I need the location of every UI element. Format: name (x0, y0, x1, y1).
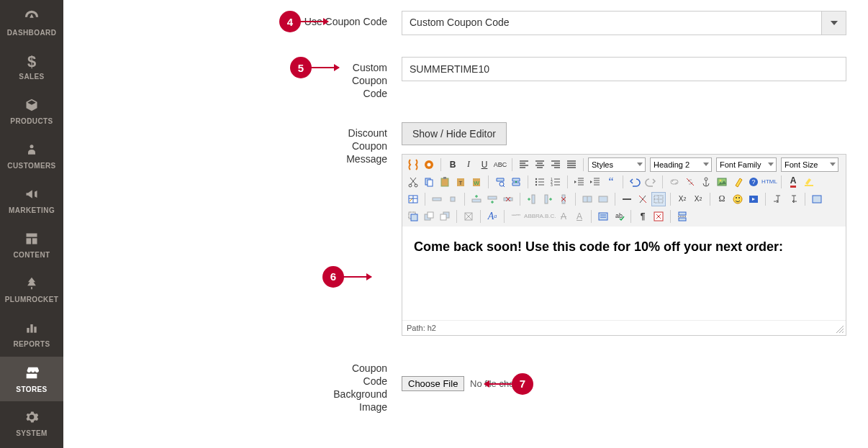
input-custom-coupon[interactable] (402, 57, 846, 81)
undo-icon[interactable] (628, 175, 642, 189)
cleanup-icon[interactable] (731, 175, 745, 189)
sidebar-item-content[interactable]: CONTENT (0, 223, 63, 268)
table-icon[interactable] (406, 192, 420, 206)
wysiwyg-editor: B I U ABC Styles (402, 154, 846, 336)
layer-absolute-icon[interactable] (461, 209, 476, 224)
ltr-icon[interactable] (770, 192, 785, 206)
anchor-icon[interactable] (699, 175, 713, 189)
svg-point-43 (738, 197, 740, 198)
megaphone-icon (24, 187, 39, 204)
align-justify-icon[interactable] (564, 157, 579, 172)
merge-cells-icon[interactable] (596, 192, 610, 206)
text-color-icon[interactable]: A (786, 175, 800, 189)
cite-icon[interactable]: ““”” (509, 209, 523, 224)
indent-icon[interactable] (588, 175, 602, 189)
redo-icon[interactable] (643, 175, 658, 189)
layer-backward-icon[interactable] (438, 209, 452, 224)
align-right-icon[interactable] (548, 157, 563, 172)
svg-rect-30 (433, 198, 441, 201)
sidebar-item-customers[interactable]: CUSTOMERS (0, 134, 63, 178)
cell-props-icon[interactable] (446, 192, 460, 206)
hr-icon[interactable] (620, 192, 634, 206)
sidebar-item-system[interactable]: SYSTEM (0, 401, 63, 446)
row-after-icon[interactable] (485, 192, 499, 206)
italic-icon[interactable]: I (461, 157, 476, 172)
bg-color-icon[interactable] (802, 175, 816, 189)
underline-icon[interactable]: U (477, 157, 492, 172)
align-center-icon[interactable] (533, 157, 547, 172)
select-font-family[interactable]: Font Family (716, 157, 777, 172)
svg-rect-33 (488, 196, 497, 199)
toggle-editor-button[interactable]: Show / Hide Editor (402, 122, 507, 145)
pagebreak-icon[interactable] (675, 209, 690, 224)
row-props-icon[interactable] (430, 192, 444, 206)
paste-text-icon[interactable]: T (453, 175, 468, 189)
style-props-icon[interactable]: Aa (485, 209, 499, 224)
resize-handle-icon[interactable] (836, 325, 844, 334)
select-styles[interactable]: Styles (588, 157, 646, 172)
code-icon[interactable]: HTML (762, 175, 777, 189)
variable-icon[interactable] (422, 157, 436, 172)
select-use-coupon[interactable]: Custom Coupon Code (402, 11, 846, 35)
paste-word-icon[interactable]: W (469, 175, 484, 189)
layer-icon[interactable] (406, 209, 420, 224)
abbr-icon[interactable]: ABBR (525, 209, 539, 224)
rtl-icon[interactable] (786, 192, 800, 206)
media-icon[interactable] (746, 192, 761, 206)
widget-icon[interactable] (406, 157, 420, 172)
outdent-icon[interactable] (572, 175, 587, 189)
svg-rect-32 (472, 199, 481, 202)
row-discount-message: 6 DiscountCouponMessage Show / Hide Edit… (63, 122, 868, 357)
sidebar-item-dashboard[interactable]: DASHBOARD (0, 0, 63, 45)
sidebar-item-marketing[interactable]: MARKETING (0, 178, 63, 223)
copy-icon[interactable] (422, 175, 436, 189)
sidebar-item-products[interactable]: PRODUCTS (0, 89, 63, 134)
delete-col-icon[interactable] (556, 192, 571, 206)
delete-row-icon[interactable] (501, 192, 515, 206)
remove-format-icon[interactable] (636, 192, 650, 206)
charmap-icon[interactable]: Ω (715, 192, 729, 206)
superscript-icon[interactable]: X2 (691, 192, 705, 206)
choose-file-button[interactable]: Choose File (402, 376, 464, 391)
unlink-icon[interactable] (683, 175, 697, 189)
cut-icon[interactable] (406, 175, 420, 189)
find-icon[interactable] (493, 175, 507, 189)
svg-rect-3 (34, 326, 36, 332)
spellcheck-icon[interactable]: ab (612, 209, 626, 224)
col-before-icon[interactable] (525, 192, 539, 206)
visualblocks-icon[interactable] (651, 209, 666, 224)
number-list-icon[interactable]: 123 (548, 175, 563, 189)
svg-text:?: ? (751, 178, 755, 186)
visualchars-icon[interactable]: ¶ (636, 209, 650, 224)
subscript-icon[interactable]: X2 (675, 192, 690, 206)
blockquote-icon[interactable]: “ (604, 175, 618, 189)
attribs-icon[interactable] (596, 209, 610, 224)
arrow-right-icon (343, 276, 371, 278)
bold-icon[interactable]: B (446, 157, 460, 172)
bullet-list-icon[interactable] (533, 175, 547, 189)
visual-aid-icon[interactable] (651, 192, 666, 206)
emoticon-icon[interactable] (731, 192, 745, 206)
help-icon[interactable]: ? (746, 175, 761, 189)
fullscreen-icon[interactable] (810, 192, 824, 206)
align-left-icon[interactable] (517, 157, 531, 172)
layer-forward-icon[interactable] (422, 209, 436, 224)
sidebar-item-stores[interactable]: STORES (0, 357, 63, 401)
acronym-icon[interactable]: A.B.C. (541, 209, 555, 224)
select-format[interactable]: Heading 2 (650, 157, 712, 172)
sidebar-item-reports[interactable]: REPORTS (0, 312, 63, 357)
col-after-icon[interactable] (541, 192, 555, 206)
link-icon[interactable] (667, 175, 682, 189)
select-font-size[interactable]: Font Size (781, 157, 838, 172)
editor-content[interactable]: Come back soon! Use this code for 10% of… (402, 227, 846, 320)
replace-icon[interactable] (509, 175, 523, 189)
row-before-icon[interactable] (469, 192, 484, 206)
del-icon[interactable]: A (556, 209, 571, 224)
ins-icon[interactable]: A (572, 209, 587, 224)
sidebar-item-sales[interactable]: $ SALES (0, 45, 63, 89)
sidebar-item-plumrocket[interactable]: PLUMROCKET (0, 268, 63, 312)
image-icon[interactable] (715, 175, 729, 189)
strike-icon[interactable]: ABC (493, 157, 507, 172)
paste-icon[interactable] (438, 175, 452, 189)
split-cells-icon[interactable] (580, 192, 595, 206)
